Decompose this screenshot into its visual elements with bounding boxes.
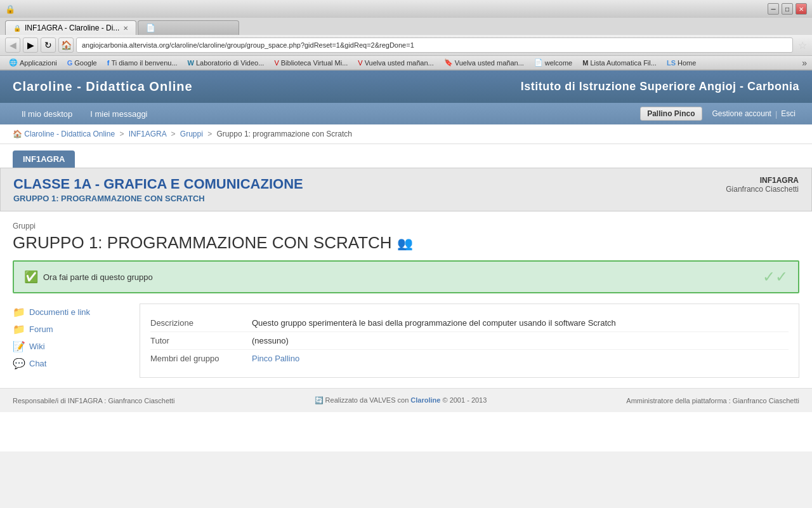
bookmark-applicazioni[interactable]: 🌐 Applicazioni	[5, 57, 61, 68]
top-nav-actions: Gestione account | Esci	[709, 109, 799, 119]
course-tab[interactable]: INF1AGRA	[13, 150, 75, 168]
success-icon: ✅	[24, 270, 38, 284]
window-controls: ─ □ ✕	[768, 3, 807, 15]
sidebar-item-forum[interactable]: 📁 Forum	[13, 321, 127, 338]
page-wrapper: Claroline - Didattica Online Istituto di…	[0, 70, 812, 451]
wiki-icon: 📝	[13, 340, 25, 352]
address-bar[interactable]: angiojcarbonia.altervista.org/claroline/…	[76, 37, 793, 53]
site-title: Claroline - Didattica Online	[13, 79, 193, 94]
bookmark-biblioteca[interactable]: V Biblioteca Virtual Mi...	[270, 58, 351, 68]
reload-button[interactable]: ↻	[41, 37, 56, 53]
bookmark-label: Lista Automatica Fil...	[590, 59, 657, 67]
forward-button[interactable]: ▶	[23, 37, 38, 53]
minimize-button[interactable]: ─	[768, 3, 779, 15]
main-area: Gruppi GRUPPO 1: PROGRAMMAZIONE CON SCRA…	[0, 211, 812, 388]
nav-my-messages[interactable]: I miei messaggi	[81, 104, 156, 124]
title-bar-left: 🔒	[5, 4, 15, 14]
tab-bar: 🔒 INF1AGRA - Claroline - Di... ✕ 📄	[0, 18, 812, 35]
manage-account-link[interactable]: Gestione account	[709, 109, 775, 119]
bookmark-wordpress[interactable]: W Laboratorio di Video...	[184, 58, 268, 68]
bookmarks-more-button[interactable]: »	[802, 58, 807, 68]
bookmark-star-button[interactable]: ☆	[798, 39, 807, 51]
success-checkmark-icon: ✓✓	[763, 268, 788, 286]
content-layout: 📁 Documenti e link 📁 Forum 📝 Wiki 💬 Chat	[13, 304, 799, 378]
bookmark-google[interactable]: G Google	[63, 58, 101, 68]
site-subtitle: Istituto di Istruzione Superiore Angioj …	[521, 80, 799, 93]
breadcrumb-link-3[interactable]: Gruppi	[180, 130, 203, 138]
bookmark-facebook[interactable]: f Ti diamo il benvenu...	[103, 58, 181, 68]
bookmark-label: Vuelva usted mañan...	[365, 59, 434, 67]
bookmark-icon: f	[107, 59, 110, 67]
footer-pre-text: Realizzato da VALVES con	[325, 396, 409, 404]
breadcrumb-link-1[interactable]: Claroline - Didattica Online	[24, 130, 115, 138]
breadcrumb-sep-3: >	[207, 130, 214, 138]
active-tab[interactable]: 🔒 INF1AGRA - Claroline - Di... ✕	[5, 20, 136, 35]
page-footer: Responsabile/i di INF1AGRA : Gianfranco …	[0, 388, 812, 412]
bookmark-vuelva[interactable]: V Vuelva usted mañan...	[354, 58, 437, 68]
course-teacher: Gianfranco Ciaschetti	[726, 185, 799, 194]
user-badge: Pallino Pinco	[640, 107, 702, 121]
footer-left: Responsabile/i di INF1AGRA : Gianfranco …	[13, 397, 175, 404]
inactive-tab[interactable]: 📄	[138, 20, 239, 35]
footer-post-text: © 2001 - 2013	[442, 396, 487, 404]
success-banner: ✅ Ora fai parte di questo gruppo ✓✓	[13, 260, 799, 293]
bookmark-label: Biblioteca Virtual Mi...	[281, 59, 348, 67]
logout-link[interactable]: Esci	[777, 109, 799, 119]
bookmark-label: Home	[678, 59, 696, 67]
title-bar: 🔒 ─ □ ✕	[0, 0, 812, 18]
top-nav-right: Pallino Pinco Gestione account | Esci	[640, 107, 799, 121]
nav-my-desktop[interactable]: Il mio desktop	[13, 104, 81, 124]
info-row-descrizione: Descrizione Questo gruppo sperimenterà l…	[150, 314, 789, 332]
claroline-brand: Claroline	[410, 396, 440, 404]
success-text: Ora fai parte di questo gruppo	[43, 272, 763, 282]
info-panel: Descrizione Questo gruppo sperimenterà l…	[140, 304, 799, 378]
forum-icon: 📁	[13, 323, 25, 335]
bookmark-icon: V	[274, 59, 278, 67]
member-link[interactable]: Pinco Pallino	[252, 354, 299, 363]
sidebar-item-label: Chat	[29, 359, 46, 368]
sidebar-item-wiki[interactable]: 📝 Wiki	[13, 338, 127, 355]
close-button[interactable]: ✕	[796, 3, 807, 15]
bookmark-icon: 🔖	[444, 58, 453, 67]
group-title-text: GRUPPO 1: PROGRAMMAZIONE CON SCRATCH	[13, 233, 392, 253]
tab-favicon: 🔒	[13, 25, 21, 32]
breadcrumb-sep-1: >	[119, 130, 126, 138]
group-title: GRUPPO 1: PROGRAMMAZIONE CON SCRATCH 👥	[13, 233, 799, 253]
bookmark-label: Applicazioni	[20, 59, 57, 67]
bookmark-label: Laboratorio di Video...	[196, 59, 264, 67]
info-row-tutor: Tutor (nessuno)	[150, 332, 789, 350]
home-button[interactable]: 🏠	[58, 37, 74, 53]
maximize-button[interactable]: □	[782, 3, 793, 15]
bookmark-label: welcome	[545, 59, 572, 67]
chat-icon: 💬	[13, 358, 25, 370]
bookmark-home[interactable]: LS Home	[663, 58, 700, 68]
bookmark-label: Vuelva usted mañan...	[455, 59, 524, 67]
tab-title: INF1AGRA - Claroline - Di...	[25, 23, 119, 32]
sidebar-item-documenti[interactable]: 📁 Documenti e link	[13, 304, 127, 321]
sidebar-item-chat[interactable]: 💬 Chat	[13, 355, 127, 372]
back-button[interactable]: ◀	[5, 37, 20, 53]
bookmark-label: Google	[74, 59, 96, 67]
breadcrumb-sep-2: >	[171, 130, 177, 138]
bookmark-welcome[interactable]: 📄 welcome	[530, 57, 576, 68]
bookmarks-bar: 🌐 Applicazioni G Google f Ti diamo il be…	[0, 56, 812, 70]
course-info-block: INF1AGRA Gianfranco Ciaschetti	[726, 176, 799, 194]
footer-logo-icon: 🔄	[315, 396, 324, 404]
bookmark-icon: V	[358, 59, 362, 67]
sidebar-item-label: Forum	[29, 324, 53, 334]
folder-icon: 📁	[13, 306, 25, 318]
course-code: INF1AGRA	[726, 176, 799, 185]
inactive-tab-icon: 📄	[146, 23, 155, 32]
breadcrumb: 🏠 Claroline - Didattica Online > INF1AGR…	[0, 124, 812, 144]
bookmark-icon: M	[582, 59, 588, 67]
breadcrumb-home-icon: 🏠	[13, 130, 22, 138]
course-main-title: CLASSE 1A - GRAFICA E COMUNICAZIONE	[13, 176, 726, 192]
info-value-tutor: (nessuno)	[252, 336, 789, 345]
tab-close-button[interactable]: ✕	[123, 25, 128, 32]
breadcrumb-link-2[interactable]: INF1AGRA	[129, 130, 166, 138]
bookmark-lista[interactable]: M Lista Automatica Fil...	[579, 58, 660, 68]
info-label-descrizione: Descrizione	[150, 318, 252, 328]
top-nav-left: Il mio desktop I miei messaggi	[13, 104, 157, 124]
sidebar-item-label: Wiki	[29, 342, 45, 351]
bookmark-computer-science[interactable]: 🔖 Vuelva usted mañan...	[440, 57, 528, 68]
